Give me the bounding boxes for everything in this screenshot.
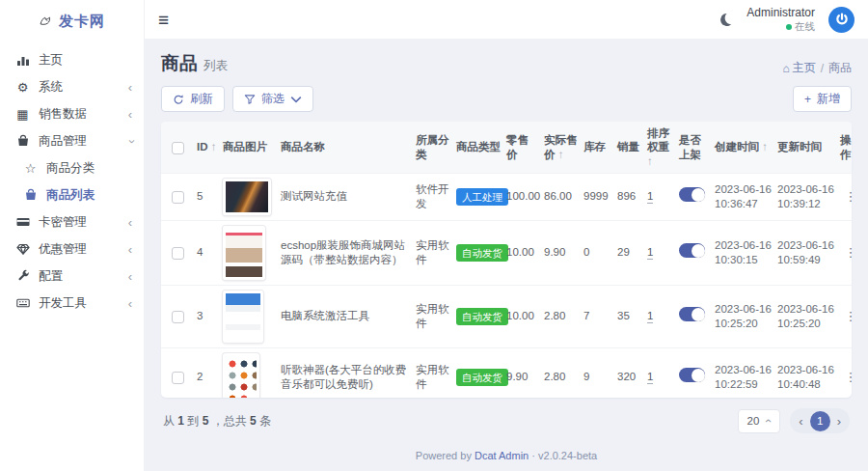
weight-edit-link[interactable]: 1 <box>647 310 653 323</box>
cell-updated: 2023-06-16 10:59:49 <box>774 221 837 286</box>
sidebar-item-config[interactable]: 配置 ‹ <box>0 263 144 290</box>
chevron-collapsed-icon: ‹ <box>128 297 132 310</box>
col-id[interactable]: ID ↑ <box>194 122 220 174</box>
on-sale-toggle[interactable] <box>679 368 705 382</box>
filter-funnel-icon <box>244 94 256 105</box>
sidebar-item-product-list[interactable]: 商品列表 <box>0 181 144 208</box>
cell-created: 2023-06-16 10:25:20 <box>712 286 774 348</box>
hamburger-menu-icon[interactable]: ≡ <box>158 11 169 29</box>
content: 商品列表 ⌂主页 / 商品 刷新 筛选 <box>145 39 868 471</box>
row-checkbox[interactable] <box>172 191 184 204</box>
table-row: 4 ecshop服装服饰商城网站源码（带整站数据内容） 实用软件 自动发货 10… <box>161 221 852 286</box>
sidebar-item-discount-management[interactable]: 优惠管理 ‹ <box>0 236 144 263</box>
table-row: 2 听歌神器(各大平台的收费音乐都可以免费听) 实用软件 自动发货 9.90 2… <box>161 348 852 398</box>
cell-updated: 2023-06-16 10:40:48 <box>774 348 837 398</box>
refresh-icon <box>173 94 184 105</box>
chevron-down-icon <box>290 94 302 105</box>
dcat-admin-link[interactable]: Dcat Admin <box>475 450 529 461</box>
sidebar-item-home[interactable]: 主页 <box>0 46 144 73</box>
cell-name: 听歌神器(各大平台的收费音乐都可以免费听) <box>278 348 413 398</box>
on-sale-toggle[interactable] <box>679 243 705 258</box>
weight-edit-link[interactable]: 1 <box>647 371 653 384</box>
on-sale-toggle[interactable] <box>679 187 705 202</box>
briefcase-icon <box>15 134 30 149</box>
app-window: 发卡网 主页 ⚙ 系统 ‹ ▦ 销售数据 ‹ <box>0 0 868 471</box>
sidebar-menu: 主页 ⚙ 系统 ‹ ▦ 销售数据 ‹ 商品管理 ‹ ☆ 商品分类 <box>0 42 144 317</box>
type-badge: 自动发货 <box>456 244 508 262</box>
row-actions-menu[interactable]: ⋮ <box>845 189 853 204</box>
col-actual[interactable]: 实际售价 ↑ <box>541 122 581 174</box>
cell-name: 测试网站充值 <box>278 174 413 221</box>
cell-id: 2 <box>194 348 220 398</box>
star-icon: ☆ <box>23 161 38 176</box>
row-actions-menu[interactable]: ⋮ <box>845 309 853 323</box>
dark-mode-toggle-moon-icon[interactable] <box>719 12 735 27</box>
cell-stock: 7 <box>581 286 614 348</box>
col-name: 商品名称 <box>278 122 413 174</box>
sidebar-item-product-management[interactable]: 商品管理 ‹ <box>0 127 144 154</box>
bar-chart-icon <box>15 53 30 68</box>
sidebar: 发卡网 主页 ⚙ 系统 ‹ ▦ 销售数据 ‹ <box>0 0 145 471</box>
product-image[interactable] <box>223 226 265 280</box>
weight-edit-link[interactable]: 1 <box>647 190 653 204</box>
product-image[interactable] <box>223 353 259 398</box>
col-category: 所属分类 <box>413 122 453 174</box>
sidebar-item-dev-tools[interactable]: 开发工具 ‹ <box>0 290 144 317</box>
plus-icon: + <box>804 93 811 106</box>
sidebar-item-card-management[interactable]: 卡密管理 ‹ <box>0 208 144 236</box>
brand[interactable]: 发卡网 <box>0 0 144 42</box>
refresh-button[interactable]: 刷新 <box>161 86 225 112</box>
col-sales: 销量 <box>614 122 644 174</box>
row-checkbox[interactable] <box>172 247 184 260</box>
cell-sales: 29 <box>614 221 644 286</box>
row-checkbox[interactable] <box>172 311 184 323</box>
row-checkbox[interactable] <box>172 372 184 384</box>
current-page-button[interactable]: 1 <box>810 411 830 431</box>
briefcase-icon <box>23 188 38 203</box>
col-weight[interactable]: 排序权重 ↑ <box>644 122 676 174</box>
col-created[interactable]: 创建时间 ↑ <box>712 122 774 174</box>
cell-actual: 2.80 <box>541 348 581 398</box>
col-retail: 零售价 <box>503 122 541 174</box>
product-image[interactable] <box>223 179 271 215</box>
chevron-expanded-icon: ‹ <box>123 139 136 143</box>
cell-stock: 9999 <box>581 174 614 221</box>
cell-actual: 9.90 <box>541 221 581 286</box>
col-type: 商品类型 <box>453 122 503 174</box>
select-all-checkbox[interactable] <box>172 142 184 154</box>
filter-button[interactable]: 筛选 <box>232 86 313 112</box>
breadcrumb-home-link[interactable]: ⌂主页 <box>782 60 815 76</box>
cell-updated: 2023-06-16 10:39:12 <box>774 174 837 221</box>
weight-edit-link[interactable]: 1 <box>647 246 653 260</box>
row-actions-menu[interactable]: ⋮ <box>845 370 853 384</box>
user-name: Administrator <box>746 6 815 20</box>
col-image: 商品图片 <box>220 122 278 174</box>
cell-category: 实用软件 <box>413 286 453 348</box>
page-size-select[interactable]: 20 ‹ <box>738 409 781 433</box>
sort-asc-icon: ↑ <box>647 155 653 167</box>
sort-asc-icon: ↑ <box>211 141 217 152</box>
topbar: ≡ Administrator 在线 <box>145 0 868 39</box>
logo-unicorn-icon <box>39 14 52 28</box>
products-table: ID ↑ 商品图片 商品名称 所属分类 商品类型 零售价 实际售价 ↑ 库存 销… <box>161 122 852 398</box>
chevron-collapsed-icon: ‹ <box>128 81 132 94</box>
avatar[interactable] <box>828 7 854 33</box>
sidebar-item-sales-data[interactable]: ▦ 销售数据 ‹ <box>0 100 144 127</box>
product-image[interactable] <box>223 291 263 343</box>
col-stock: 库存 <box>581 122 614 174</box>
row-actions-menu[interactable]: ⋮ <box>845 245 853 260</box>
add-button[interactable]: + 新增 <box>793 86 852 112</box>
cell-retail: 10.00 <box>503 286 541 348</box>
next-page-button[interactable]: › <box>837 414 841 429</box>
chevron-collapsed-icon: ‹ <box>128 108 132 121</box>
prev-page-button[interactable]: ‹ <box>799 414 802 429</box>
col-on-sale: 是否上架 <box>676 122 712 174</box>
sidebar-item-system[interactable]: ⚙ 系统 ‹ <box>0 73 144 100</box>
cell-id: 5 <box>194 174 220 221</box>
on-sale-toggle[interactable] <box>679 307 705 321</box>
sidebar-item-product-category[interactable]: ☆ 商品分类 <box>0 154 144 181</box>
col-actions: 操作 <box>837 122 852 174</box>
page-title: 商品 <box>161 53 198 73</box>
cell-stock: 9 <box>581 348 614 398</box>
user-menu[interactable]: Administrator 在线 <box>746 6 815 33</box>
